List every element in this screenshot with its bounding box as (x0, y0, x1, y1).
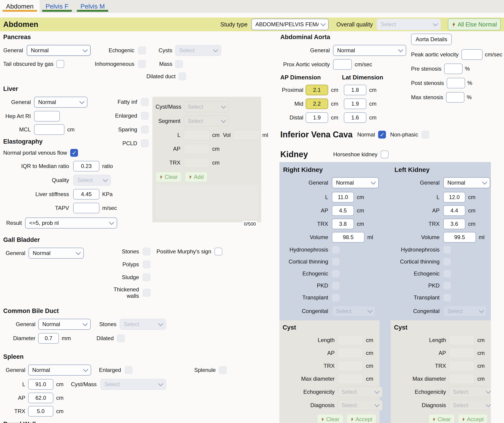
quality-select[interactable]: Select (73, 175, 111, 186)
aorta-distal-lat-input[interactable] (344, 112, 366, 123)
lesion-ap-input[interactable] (184, 144, 210, 154)
spleen-l-input[interactable] (28, 379, 53, 390)
lk-ap-input[interactable] (443, 205, 465, 216)
pancreas-cysts-select[interactable]: Select (175, 45, 221, 56)
tab-abdomen[interactable]: Abdomen (0, 0, 40, 13)
rk-ap-input[interactable] (332, 205, 354, 216)
liver-general-select[interactable]: Normal (34, 97, 87, 108)
rk-cyst-diagnosis-select[interactable]: Select (337, 400, 383, 411)
pancreas-tail-checkbox[interactable] (56, 60, 64, 68)
rk-cyst-echogenicity-select[interactable]: Select (337, 387, 383, 398)
pancreas-general-select[interactable]: Normal (27, 45, 91, 56)
gb-murphy-checkbox[interactable] (215, 248, 222, 255)
rk-trx-input[interactable] (332, 219, 354, 229)
lesion-vol-input[interactable] (233, 130, 260, 140)
lesion-segment-select[interactable]: Select (184, 115, 229, 127)
lk-pkd-checkbox[interactable] (443, 282, 451, 290)
liver-enlarged-checkbox[interactable] (141, 112, 149, 120)
lesion-add-button[interactable]: Add (185, 172, 208, 182)
max-stenosis-input[interactable] (446, 92, 464, 103)
spleen-cyst-mass-select[interactable]: Select (100, 379, 166, 390)
rk-cyst-length-input[interactable] (337, 335, 363, 345)
rk-echogenic-checkbox[interactable] (332, 270, 340, 278)
ivc-non-phasic-checkbox[interactable] (421, 131, 429, 139)
cbd-stones-select[interactable]: Select (120, 319, 166, 330)
rk-hydronephrosis-checkbox[interactable] (332, 246, 340, 254)
rk-volume-input[interactable] (332, 232, 365, 242)
lk-cyst-clear-button[interactable]: Clear (428, 414, 455, 423)
aorta-details-button[interactable]: Aorta Details (411, 34, 452, 45)
lk-l-input[interactable] (443, 192, 465, 203)
aorta-mid-lat-input[interactable] (344, 98, 366, 109)
rk-cyst-ap-input[interactable] (337, 348, 363, 358)
rk-cyst-maxd-input[interactable] (337, 374, 363, 384)
spleen-general-select[interactable]: Normal (28, 365, 91, 376)
lk-cyst-trx-input[interactable] (449, 361, 474, 371)
study-type-select[interactable]: ABDOMEN/PELVIS FEMA (251, 19, 329, 30)
lesion-l-input[interactable] (184, 130, 210, 140)
pancreas-echogenic-checkbox[interactable] (138, 47, 146, 54)
cbd-general-select[interactable]: Normal (38, 319, 91, 330)
gb-thickened-walls-checkbox[interactable] (143, 289, 150, 297)
lesion-clear-button[interactable]: Clear (156, 172, 182, 182)
overall-quality-select[interactable]: Select (377, 19, 441, 30)
pre-stenosis-input[interactable] (444, 64, 462, 74)
lk-cyst-accept-button[interactable]: Accept (458, 414, 488, 423)
cbd-diameter-input[interactable] (38, 333, 59, 344)
result-select[interactable]: <=5, prob nl (25, 218, 117, 229)
lk-echogenic-checkbox[interactable] (443, 270, 451, 278)
lk-hydronephrosis-checkbox[interactable] (443, 246, 451, 254)
aorta-proximal-ap-input[interactable] (306, 85, 328, 95)
spleen-trx-input[interactable] (28, 406, 53, 417)
rk-cyst-clear-button[interactable]: Clear (317, 414, 343, 423)
aorta-general-select[interactable]: Normal (333, 45, 406, 56)
pancreas-mass-checkbox[interactable] (175, 60, 183, 68)
rk-cyst-accept-button[interactable]: Accept (347, 414, 376, 423)
peak-velocity-input[interactable] (462, 49, 483, 60)
lesion-note-area[interactable]: 0/500 (156, 185, 258, 219)
lk-cyst-echogenicity-select[interactable]: Select (449, 387, 491, 398)
lk-cyst-diagnosis-select[interactable]: Select (449, 400, 491, 411)
gb-sludge-checkbox[interactable] (143, 273, 150, 281)
spleen-enlarged-checkbox[interactable] (125, 366, 132, 374)
tab-pelvis-m[interactable]: Pelvis M (74, 0, 111, 13)
gb-general-select[interactable]: Normal (29, 248, 84, 259)
lesion-cyst-mass-select[interactable]: Select (184, 101, 229, 112)
rk-cortical-checkbox[interactable] (332, 258, 340, 266)
rk-pkd-checkbox[interactable] (332, 282, 340, 290)
cbd-dilated-checkbox[interactable] (117, 334, 125, 342)
lk-trx-input[interactable] (443, 219, 465, 229)
rk-l-input[interactable] (332, 192, 354, 203)
prox-velocity-input[interactable] (333, 59, 352, 70)
lk-cyst-maxd-input[interactable] (449, 374, 474, 384)
tapv-input[interactable] (73, 203, 99, 213)
aorta-proximal-lat-input[interactable] (344, 85, 366, 95)
aorta-mid-ap-input[interactable] (306, 98, 328, 109)
pancreas-inhomogeneous-checkbox[interactable] (138, 60, 146, 68)
lk-volume-input[interactable] (443, 232, 476, 242)
liver-mcl-input[interactable] (34, 124, 64, 135)
aorta-distal-ap-input[interactable] (306, 112, 328, 123)
rk-transplant-checkbox[interactable] (332, 294, 340, 302)
pancreas-dilated-duct-checkbox[interactable] (178, 73, 186, 80)
spleen-ap-input[interactable] (28, 393, 53, 403)
liver-hep-art-ri-input[interactable] (34, 111, 60, 121)
post-stenosis-input[interactable] (447, 78, 465, 88)
lk-cortical-checkbox[interactable] (443, 258, 451, 266)
rk-cyst-trx-input[interactable] (337, 361, 363, 371)
lk-general-select[interactable]: Normal (443, 177, 490, 188)
gb-polyps-checkbox[interactable] (143, 260, 150, 268)
lk-transplant-checkbox[interactable] (443, 294, 451, 302)
portal-flow-checkbox[interactable] (70, 149, 78, 157)
sparing-checkbox[interactable] (141, 126, 149, 133)
horseshoe-kidney-checkbox[interactable] (381, 151, 389, 158)
lk-congenital-select[interactable]: Select (443, 306, 487, 317)
all-else-normal-button[interactable]: All Else Normal (448, 18, 501, 30)
splenule-checkbox[interactable] (219, 366, 227, 374)
rk-congenital-select[interactable]: Select (332, 306, 376, 317)
rk-general-select[interactable]: Normal (332, 177, 379, 188)
ivc-normal-checkbox[interactable] (378, 131, 386, 139)
tab-pelvis-f[interactable]: Pelvis F (40, 0, 75, 13)
lesion-trx-input[interactable] (184, 157, 210, 168)
pcld-checkbox[interactable] (141, 139, 149, 147)
